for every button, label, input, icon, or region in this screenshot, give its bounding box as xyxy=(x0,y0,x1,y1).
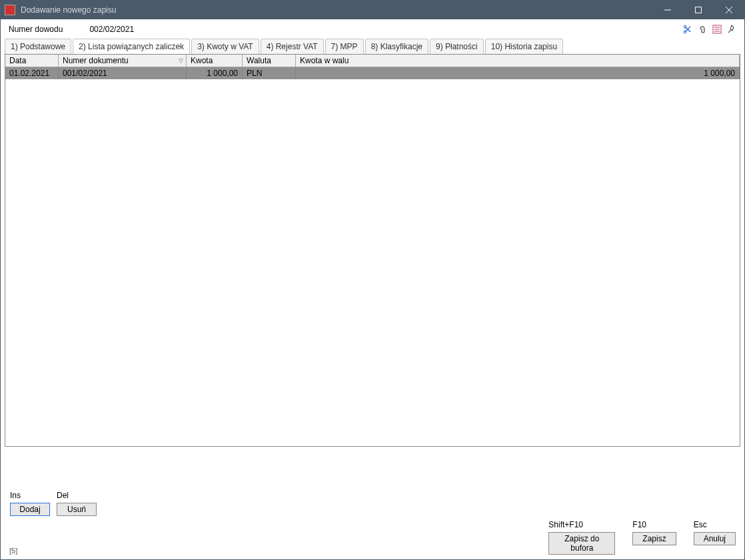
header-label: Numer dowodu xyxy=(9,25,63,34)
esc-label: Esc xyxy=(694,520,707,529)
save-button[interactable]: Zapisz xyxy=(632,532,676,545)
cell-numer: 001/02/2021 xyxy=(59,67,187,79)
footnote: [5] xyxy=(9,547,17,555)
cell-kwota-waluta: 1 000,00 xyxy=(296,67,740,79)
filter-icon[interactable]: ▽ xyxy=(179,57,183,64)
document-icon[interactable] xyxy=(711,23,723,35)
cut-icon[interactable] xyxy=(682,23,694,35)
header-row: Numer dowodu 002/02/2021 xyxy=(1,19,744,38)
col-header-waluta[interactable]: Waluta xyxy=(243,55,296,67)
delete-button[interactable]: Usuń xyxy=(57,503,97,516)
tab-platnosci[interactable]: 9) Płatności xyxy=(430,39,484,54)
col-header-kwota[interactable]: Kwota xyxy=(187,55,243,67)
tab-kwoty-vat[interactable]: 3) Kwoty w VAT xyxy=(191,39,259,54)
svg-rect-1 xyxy=(696,7,702,13)
add-button[interactable]: Dodaj xyxy=(10,503,50,516)
f10-label: F10 xyxy=(632,520,646,529)
attachment-icon[interactable] xyxy=(696,23,708,35)
tab-podstawowe[interactable]: 1) Podstawowe xyxy=(5,39,71,54)
cell-waluta: PLN xyxy=(243,67,296,79)
tab-rejestr-vat[interactable]: 4) Rejestr VAT xyxy=(261,39,324,54)
shift-f10-label: Shift+F10 xyxy=(548,520,583,529)
header-value: 002/02/2021 xyxy=(89,25,682,34)
tab-klasyfikacje[interactable]: 8) Klasyfikacje xyxy=(365,39,428,54)
del-label: Del xyxy=(57,491,97,500)
cancel-button[interactable]: Anuluj xyxy=(694,532,736,545)
row-actions: Ins Dodaj Del Usuń xyxy=(1,447,744,516)
save-buffer-button[interactable]: Zapisz do bufora xyxy=(548,532,615,555)
app-icon xyxy=(5,5,15,15)
window-title: Dodawanie nowego zapisu xyxy=(21,5,652,15)
pin-icon[interactable] xyxy=(726,23,738,35)
footer: [5] Shift+F10 Zapisz do bufora F10 Zapis… xyxy=(0,520,745,555)
maximize-button[interactable] xyxy=(683,1,714,19)
grid-header: Data Numer dokumentu▽ Kwota Waluta Kwota… xyxy=(5,55,740,67)
col-header-data[interactable]: Data xyxy=(5,55,59,67)
tabs: 1) Podstawowe 2) Lista powiązanych zalic… xyxy=(1,38,744,54)
tab-mpp[interactable]: 7) MPP xyxy=(325,39,364,54)
table-row[interactable]: 01.02.2021 001/02/2021 1 000,00 PLN 1 00… xyxy=(5,67,740,79)
minimize-button[interactable] xyxy=(652,1,683,19)
titlebar: Dodawanie nowego zapisu xyxy=(1,1,744,19)
ins-label: Ins xyxy=(10,491,50,500)
tab-historia[interactable]: 10) Historia zapisu xyxy=(485,39,563,54)
close-button[interactable] xyxy=(714,1,744,19)
cell-kwota: 1 000,00 xyxy=(187,67,243,79)
tab-lista-zaliczek[interactable]: 2) Lista powiązanych zaliczek xyxy=(73,39,190,54)
cell-data: 01.02.2021 xyxy=(5,67,59,79)
data-grid[interactable]: Data Numer dokumentu▽ Kwota Waluta Kwota… xyxy=(5,54,740,447)
col-header-numer[interactable]: Numer dokumentu▽ xyxy=(59,55,187,67)
col-header-kwota-waluta[interactable]: Kwota w walu xyxy=(296,55,740,67)
